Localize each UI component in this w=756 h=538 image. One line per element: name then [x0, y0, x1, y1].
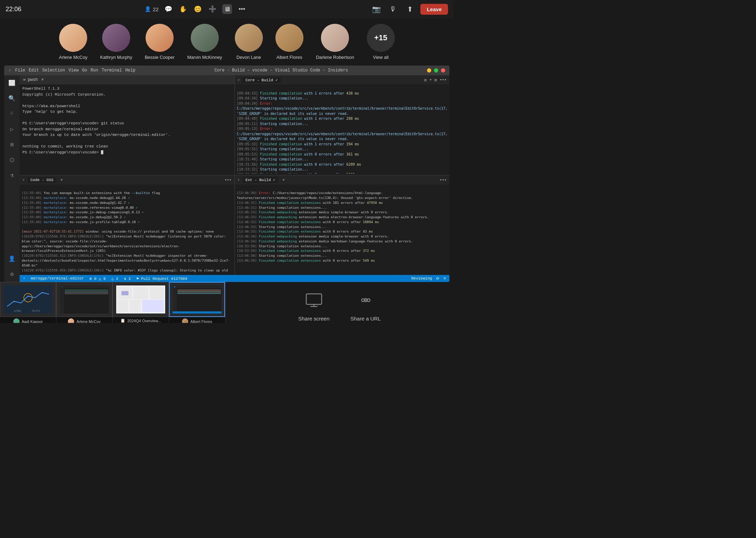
code-oss-more[interactable]: •••: [225, 178, 232, 182]
menu-file[interactable]: File: [15, 68, 25, 73]
panel-split-icon[interactable]: ⊟: [435, 78, 437, 82]
sidebar-source-control-icon[interactable]: ⑂: [7, 109, 17, 119]
error-count[interactable]: ⊗ 0 △ 0: [90, 276, 106, 281]
menu-view[interactable]: View: [69, 68, 79, 73]
more-options-button[interactable]: •••: [237, 4, 247, 14]
status-more-icon[interactable]: ≡: [443, 276, 446, 281]
view-all-count: +15: [374, 33, 387, 42]
raise-hand-button[interactable]: ✋: [178, 4, 188, 14]
participant-mm[interactable]: Marvin McKinney: [187, 24, 222, 60]
avatar: [275, 24, 303, 52]
vscode-titlebar: ⚡ File Edit Selection View Go Run Termin…: [4, 65, 449, 75]
person-icon: 👤: [145, 6, 151, 12]
terminal-tab-close[interactable]: ×: [41, 77, 44, 82]
vscode-panel: ⚡ File Edit Selection View Go Run Termin…: [4, 65, 449, 282]
avatar-face: [59, 24, 87, 52]
menu-run[interactable]: Run: [91, 68, 98, 73]
add-button[interactable]: ➕: [208, 4, 217, 14]
ext-build-content[interactable]: [13:46:30] Error: C:/Users/merogge/repos…: [235, 185, 450, 275]
git-branch-name[interactable]: merogge/terminal-editor: [31, 276, 84, 281]
vscode-status-bar: ⑂ merogge/terminal-editor ⊗ 0 △ 0 △ 2 ⇅ …: [20, 275, 449, 282]
ext-build-tab[interactable]: Ext - Build ✓: [243, 177, 278, 183]
participant-dr[interactable]: Darlene Robertson: [316, 24, 354, 60]
menu-help[interactable]: Help: [125, 68, 135, 73]
avatar-face: [102, 24, 130, 52]
avatar-face: [191, 24, 219, 52]
sidebar-settings-icon[interactable]: ⚙: [7, 269, 17, 279]
code-oss-tab[interactable]: Code - OSS: [28, 177, 56, 183]
share-screen-button[interactable]: 🖥: [222, 4, 232, 14]
participant-km[interactable]: Kathryn Murphy: [100, 24, 132, 60]
ext-build-icon: ⚡: [238, 178, 240, 182]
ext-build-close[interactable]: ×: [282, 178, 285, 182]
participants-indicator[interactable]: 👤 22: [145, 6, 159, 12]
participant-bc[interactable]: Bessie Cooper: [145, 24, 175, 60]
thumbnail-albert-flores[interactable]: Albert Flores: [169, 282, 225, 323]
pull-request-label[interactable]: ⚑ Pull Request #127089: [136, 276, 187, 281]
menu-edit[interactable]: Edit: [29, 68, 39, 73]
git-sync-icon[interactable]: ⇅ 2: [124, 276, 131, 281]
avatar: [191, 24, 219, 52]
thumbnail-arlene-mccoy[interactable]: Arlene McCoy: [56, 282, 112, 323]
clear-icon[interactable]: ⊡: [424, 78, 427, 82]
thumbnail-label-aadi: Aadi Kapoor: [0, 317, 56, 323]
slides-icon: 📋: [120, 318, 125, 323]
sidebar-accounts-icon[interactable]: 👤: [7, 254, 17, 264]
participant-name: Devon Lane: [237, 55, 261, 60]
status-sync-icon[interactable]: ⟳: [436, 276, 439, 281]
sidebar-remote-icon[interactable]: ⌬: [7, 155, 17, 165]
terminal-content-area[interactable]: PowerShell 7.1.3 Copyright (c) Microsoft…: [20, 84, 234, 175]
thumbnail-preview-slides: [113, 282, 169, 317]
panel-plus-icon[interactable]: +: [429, 78, 432, 82]
menu-terminal[interactable]: Terminal: [102, 68, 122, 73]
camera-button[interactable]: 📷: [370, 3, 383, 15]
share-screen-icon: [303, 289, 325, 311]
sidebar-search-icon[interactable]: 🔍: [7, 94, 17, 103]
svg-point-7: [362, 299, 364, 302]
leave-button[interactable]: Leave: [420, 4, 448, 15]
terminal-tab[interactable]: ⌨ pwsh ×: [20, 75, 234, 84]
git-branch-icon: ⑂: [23, 277, 25, 281]
upload-button[interactable]: ⬆: [404, 3, 416, 15]
av-controls: 📷 🎙 ⬆ Leave: [370, 3, 448, 15]
core-build-tab[interactable]: Core - Build ✓: [243, 77, 280, 83]
avatar: [321, 24, 349, 52]
avatar: [102, 24, 130, 52]
ext-build-more[interactable]: •••: [440, 178, 447, 182]
thumbnail-aadi-kapoor[interactable]: 4,500 75,271 Aadi Kapoor: [0, 282, 56, 323]
core-build-content[interactable]: [09:04:33] Finished compilation with 1 e…: [235, 84, 450, 175]
maximize-button[interactable]: [434, 68, 438, 73]
thumbnail-2024q4[interactable]: 📋 2024Q4 Overview...: [113, 282, 169, 323]
share-screen-option[interactable]: Share screen: [298, 289, 329, 322]
share-url-option[interactable]: Share a URL: [350, 289, 381, 322]
vscode-title: Core - Build - vscode - Visual Studio Co…: [140, 68, 423, 73]
minimize-button[interactable]: [427, 68, 431, 73]
core-build-tab-bar: ⚡ Core - Build ✓ ⊡ + ⊟ •••: [235, 75, 450, 84]
reactions-button[interactable]: 😊: [193, 4, 203, 14]
thumbnail-preview-arlene: [56, 282, 112, 317]
participant-dl[interactable]: Devon Lane: [235, 24, 263, 60]
avatar: [59, 24, 87, 52]
close-button[interactable]: [441, 68, 445, 73]
menu-go[interactable]: Go: [82, 68, 87, 73]
microphone-button[interactable]: 🎙: [387, 3, 399, 15]
panel-more-icon[interactable]: •••: [440, 78, 447, 82]
view-all-button[interactable]: +15 View all: [367, 24, 395, 60]
chat-button[interactable]: 💬: [163, 4, 173, 14]
terminal-tab-icon: ⌨: [23, 77, 26, 83]
reviewing-label[interactable]: Reviewing: [411, 276, 432, 281]
vscode-main-area: ⌨ pwsh × PowerShell 7.1.3 Copyright (c) …: [20, 75, 449, 282]
menu-selection[interactable]: Selection: [42, 68, 65, 73]
sidebar-explorer-icon[interactable]: ⬜: [7, 78, 17, 88]
participant-am[interactable]: Arlene McCoy: [59, 24, 88, 60]
code-oss-content[interactable]: [11:55:40] You can manage built-in exten…: [20, 185, 234, 275]
name-albert: Albert Flores: [190, 319, 212, 323]
participant-af[interactable]: Albert Flores: [275, 24, 303, 60]
sidebar-run-icon[interactable]: ▷: [7, 124, 17, 134]
sidebar-extensions-icon[interactable]: ⊞: [7, 140, 17, 150]
avatar-arlene-thumb: [68, 318, 74, 323]
thumbnail-preview-albert: [169, 282, 225, 317]
sidebar-testing-icon[interactable]: ⚗: [7, 171, 17, 180]
svg-point-8: [367, 299, 370, 302]
code-oss-close[interactable]: ×: [61, 178, 63, 182]
